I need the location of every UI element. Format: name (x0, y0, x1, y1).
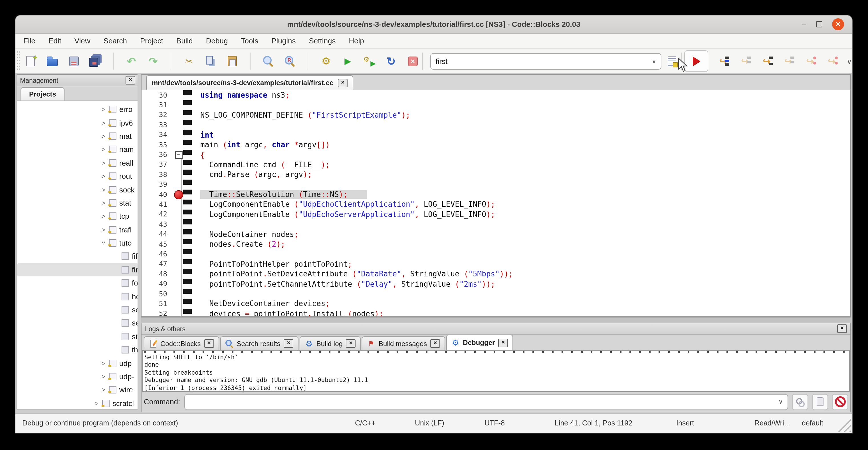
tab-close-icon[interactable]: ✕ (498, 338, 508, 347)
code-line-32[interactable]: 32NS_LOG_COMPONENT_DEFINE ("FirstScriptE… (142, 110, 850, 120)
step-out-icon[interactable]: ↪ (781, 54, 795, 68)
build-icon[interactable]: ⚙ (319, 54, 333, 68)
code-line-44[interactable]: 44 NodeContainer nodes; (142, 229, 850, 239)
tree-item-rout[interactable]: >rout (17, 170, 138, 183)
expand-icon[interactable]: > (100, 106, 107, 113)
code-line-48[interactable]: 48 pointToPoint.SetDeviceAttribute ("Dat… (142, 269, 850, 279)
tree-item-se[interactable]: se (17, 303, 138, 317)
tab-close-icon[interactable]: ✕ (284, 339, 293, 348)
code-line-35[interactable]: 35main (int argc, char *argv[]) (142, 140, 850, 150)
cut-icon[interactable]: ✂ (182, 54, 196, 68)
code-line-43[interactable]: 43 (142, 219, 850, 229)
maximize-button[interactable] (816, 21, 823, 27)
log-tab-debugger[interactable]: ⚙Debugger✕ (446, 335, 513, 350)
tab-projects[interactable]: Projects (21, 87, 65, 100)
clipboard-icon[interactable] (812, 394, 828, 410)
log-tab-search-results[interactable]: Search results✕ (220, 336, 299, 350)
tree-item-fir[interactable]: fir (17, 263, 138, 276)
code-line-40[interactable]: 40 Time::SetResolution (Time::NS); (142, 189, 850, 200)
expand-icon[interactable]: > (100, 160, 107, 166)
tree-item-udp[interactable]: >udp (17, 357, 138, 370)
tree-item-six[interactable]: six (17, 330, 138, 343)
code-line-38[interactable]: 38 cmd.Parse (argc, argv); (142, 170, 850, 180)
undo-icon[interactable]: ↶ (125, 54, 138, 68)
debug-continue-icon[interactable] (690, 54, 703, 68)
tree-item-scratcl[interactable]: >scratcl (17, 397, 138, 409)
expand-icon[interactable]: > (100, 373, 107, 380)
tree-item-mat[interactable]: >mat (17, 130, 138, 143)
command-input[interactable]: ∨ (184, 394, 788, 410)
logs-close-icon[interactable]: ✕ (837, 324, 847, 333)
expand-icon[interactable]: > (94, 400, 100, 407)
menu-plugins[interactable]: Plugins (271, 36, 296, 45)
target-list-icon[interactable] (666, 54, 678, 68)
log-tab-code-blocks[interactable]: Code::Blocks✕ (144, 336, 219, 350)
code-line-42[interactable]: 42 LogComponentEnable ("UdpEchoServerApp… (142, 209, 850, 219)
tab-close-icon[interactable]: ✕ (430, 339, 440, 348)
tree-item-udp-[interactable]: >udp- (17, 370, 138, 384)
debugger-output[interactable]: Setting SHELL to '/bin/sh'doneSetting br… (142, 350, 850, 392)
replace-icon[interactable] (283, 54, 297, 68)
toolbar-grip[interactable] (17, 51, 20, 71)
menu-search[interactable]: Search (103, 36, 127, 45)
expand-icon[interactable]: > (100, 227, 107, 233)
code-line-46[interactable]: 46 (142, 249, 850, 259)
redo-icon[interactable]: ↷ (146, 54, 160, 68)
menu-help[interactable]: Help (349, 36, 364, 45)
expand-icon[interactable]: > (100, 147, 107, 153)
paste-icon[interactable] (226, 54, 239, 68)
step-into-icon[interactable]: ↪ (760, 54, 774, 68)
code-line-49[interactable]: 49 pointToPoint.SetChannelAttribute ("De… (142, 279, 850, 289)
code-line-34[interactable]: 34int (142, 130, 850, 140)
chevron-down-icon[interactable]: ∨ (778, 398, 783, 406)
menu-settings[interactable]: Settings (309, 36, 336, 45)
vertical-splitter[interactable] (137, 73, 141, 414)
code-line-37[interactable]: 37 CommandLine cmd (__FILE__); (142, 160, 850, 170)
menu-edit[interactable]: Edit (49, 36, 61, 45)
menu-debug[interactable]: Debug (206, 36, 228, 45)
titlebar[interactable]: mnt/dev/tools/source/ns-3-dev/examples/t… (16, 16, 852, 34)
tree-item-th[interactable]: th (17, 343, 138, 357)
expand-icon[interactable]: > (100, 186, 107, 193)
tree-item-fo[interactable]: fo (17, 276, 138, 290)
expand-icon[interactable]: > (100, 173, 107, 179)
menu-project[interactable]: Project (140, 36, 163, 45)
menu-view[interactable]: View (74, 36, 90, 45)
tree-item-ipv6[interactable]: >ipv6 (17, 116, 138, 130)
run-icon[interactable]: ▶ (341, 54, 355, 68)
build-and-run-icon[interactable] (363, 54, 376, 68)
tree-item-nam[interactable]: >nam (17, 143, 138, 156)
menu-tools[interactable]: Tools (241, 36, 258, 45)
tree-item-fif[interactable]: fif (17, 250, 138, 263)
editor-tab-first-cc[interactable]: mnt/dev/tools/source/ns-3-dev/examples/t… (146, 76, 353, 90)
tab-close-icon[interactable]: ✕ (346, 339, 356, 348)
code-line-51[interactable]: 51 NetDeviceContainer devices; (142, 299, 850, 309)
next-instruction-icon[interactable]: ↪ (803, 54, 817, 68)
log-tab-build-log[interactable]: ⚙Build log✕ (300, 336, 361, 350)
management-close-icon[interactable]: ✕ (126, 76, 135, 85)
build-target-combo[interactable]: first ∨ (431, 53, 662, 69)
rebuild-icon[interactable]: ↻ (384, 54, 398, 68)
tree-item-stat[interactable]: >stat (17, 196, 138, 210)
expand-icon[interactable]: > (100, 213, 107, 219)
horizontal-splitter[interactable] (141, 317, 851, 323)
code-line-39[interactable]: 39 (142, 180, 850, 189)
minimize-button[interactable]: – (802, 21, 806, 28)
expand-icon[interactable]: > (100, 360, 107, 366)
expand-icon[interactable]: > (100, 387, 107, 393)
log-tab-build-messages[interactable]: ⚑Build messages✕ (362, 336, 445, 350)
tree-item-se[interactable]: se (17, 317, 138, 330)
fold-collapse-icon[interactable]: – (175, 151, 182, 158)
step-into-instruction-icon[interactable]: ↪ (825, 54, 839, 68)
save-icon[interactable] (67, 54, 81, 68)
tree-item-he[interactable]: he (17, 290, 138, 303)
toolbar-overflow-chevron-icon[interactable]: ∨ (846, 57, 852, 65)
run-to-cursor-icon[interactable]: ↪ (716, 54, 730, 68)
code-editor[interactable]: 30using namespace ns3;3132NS_LOG_COMPONE… (141, 90, 851, 317)
clear-log-icon[interactable] (832, 394, 848, 410)
tab-close-icon[interactable]: ✕ (204, 339, 214, 348)
breakpoint-margin[interactable] (170, 190, 187, 199)
collapse-icon[interactable]: > (100, 240, 107, 246)
debug-continue-button[interactable] (685, 50, 709, 72)
expand-icon[interactable]: > (100, 200, 107, 206)
